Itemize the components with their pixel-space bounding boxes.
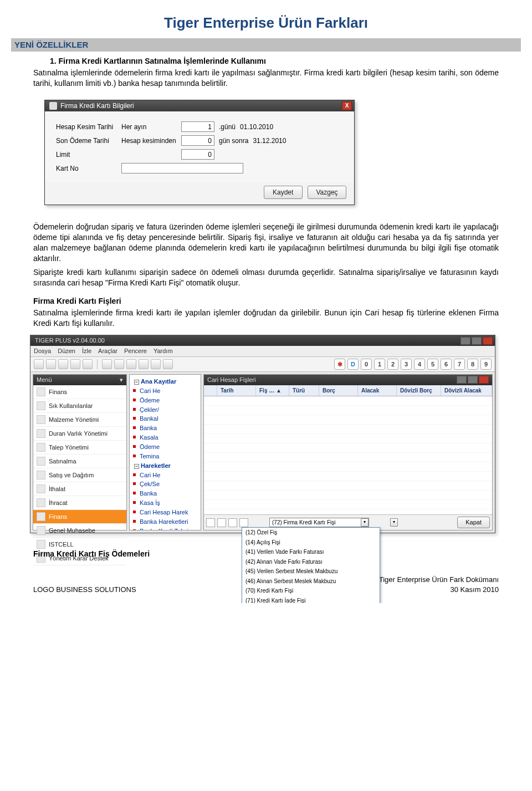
hesap-kesim-input[interactable] [181,121,214,132]
menu-araçlar[interactable]: Araçlar [98,347,117,355]
menu-pencere[interactable]: Pencere [124,347,147,355]
grid-action-icon[interactable] [239,518,248,527]
close-button[interactable] [479,376,489,384]
toolbar-icon[interactable] [102,359,112,369]
toolbar-icon[interactable] [139,359,149,369]
toolbar-number-7[interactable]: 7 [454,359,465,370]
tree-item[interactable]: Cari He [132,471,198,480]
column-header[interactable] [204,385,217,396]
tree-item[interactable]: Çekler/ [132,405,198,415]
column-header[interactable]: Dövizli Borç [397,385,441,396]
kartno-input[interactable] [121,163,243,173]
cancel-button[interactable]: Vazgeç [308,186,346,199]
toolbar-icon[interactable] [114,359,124,369]
sidebar-item[interactable]: Malzeme Yönetimi [33,413,126,427]
toolbar-icon[interactable] [58,359,68,369]
column-header[interactable]: Tarih [217,385,256,396]
tree-item[interactable]: Kasa İş [132,498,198,508]
tree-group[interactable]: −Ana Kayıtlar [132,377,198,386]
tree-item[interactable]: Cari He [132,386,198,396]
tree-item[interactable]: Kasala [132,433,198,442]
combo-option[interactable]: (45) Verilen Serbest Meslek Makbuzu [242,567,380,576]
paragraph: Ödemelerin doğrudan sipariş ve fatura üz… [33,222,499,264]
chevron-down-icon[interactable]: ▾ [390,518,398,527]
combo-option[interactable]: (70) Kredi Kartı Fişi [242,586,380,596]
maximize-button[interactable] [468,376,478,384]
column-header[interactable]: Türü [289,385,319,396]
toolbar-number-8[interactable]: 8 [467,359,478,370]
sidebar-item[interactable]: İthalat [33,482,126,496]
combo-option[interactable]: (46) Alınan Serbest Meslek Makbuzu [242,576,380,586]
toolbar-icon[interactable] [163,359,173,369]
son-odeme-input[interactable] [181,135,214,146]
toolbar-number-2[interactable]: 2 [387,359,398,370]
fis-type-combo[interactable]: (72) Firma Kredi Kartı Fişi ▾ (12) Özel … [269,518,369,527]
toolbar-number-3[interactable]: 3 [401,359,412,370]
close-button[interactable]: X [342,101,352,110]
tree-item[interactable]: Banka [132,423,198,433]
grid-action-icon[interactable] [217,518,226,527]
menu-dosya[interactable]: Dosya [34,347,51,355]
toolbar-number-0[interactable]: 0 [361,359,372,370]
sidebar-item[interactable]: Duran Varlık Yönetimi [33,427,126,441]
toolbar-number-6[interactable]: 6 [441,359,452,370]
sidebar-item[interactable]: Genel Muhasebe [33,524,126,538]
minimize-button[interactable] [461,337,470,345]
limit-input[interactable] [181,149,214,160]
toolbar-icon[interactable] [70,359,80,369]
toolbar-d[interactable]: D [347,359,359,370]
grid-body[interactable] [204,396,492,514]
module-icon [37,540,45,549]
column-header[interactable]: Alacak [358,385,397,396]
minimize-button[interactable] [457,376,467,384]
close-button[interactable] [483,337,493,345]
maximize-button[interactable] [472,337,482,345]
toolbar-icon[interactable] [151,359,161,369]
grid-action-icon[interactable] [228,518,237,527]
save-button[interactable]: Kaydet [264,186,303,199]
combo-option[interactable]: (12) Özel Fiş [242,528,380,538]
column-header[interactable]: Dövizli Alacak [441,385,492,396]
toolbar-icon[interactable] [83,359,93,369]
toolbar-icon[interactable] [126,359,136,369]
column-header[interactable]: Borç [319,385,358,396]
combo-option[interactable]: (71) Kredi Kartı İade Fişi [242,596,380,603]
toolbar-number-5[interactable]: 5 [427,359,438,370]
tree-item[interactable]: Ödeme [132,442,198,452]
toolbar-number-4[interactable]: 4 [414,359,425,370]
tree-item[interactable]: Cari Hesap Harek [132,508,198,517]
sidebar-item[interactable]: Finans [33,510,126,524]
sidebar-item[interactable]: İhracat [33,496,126,510]
sidebar-item[interactable]: Finans [33,385,126,399]
tree-item[interactable]: Ödeme [132,396,198,405]
combo-option[interactable]: (14) Açılış Fişi [242,538,380,548]
toolbar-asterisk[interactable]: ✱ [334,359,345,370]
tree-item[interactable]: Bankal [132,414,198,423]
close-grid-button[interactable]: Kapat [457,517,490,528]
combo-option[interactable]: (41) Verilen Vade Farkı Faturası [242,547,380,557]
toolbar-icon[interactable] [46,359,56,369]
sidebar-item[interactable]: Talep Yönetimi [33,441,126,455]
sidebar-item[interactable]: Satış ve Dağıtım [33,468,126,482]
sidebar-item[interactable]: Sık Kullanılanlar [33,399,126,413]
tree-item[interactable]: Banka [132,489,198,498]
toolbar-number-9[interactable]: 9 [480,359,492,370]
menu-düzen[interactable]: Düzen [58,347,75,355]
toolbar-icon[interactable] [34,359,44,369]
menu-i̇zle[interactable]: İzle [82,347,91,355]
combo-option[interactable]: (42) Alınan Vade Farkı Faturası [242,557,380,567]
tree-item[interactable]: Banka Hareketleri [132,517,198,527]
dialog-titlebar: Firma Kredi Kartı Bilgileri X [45,100,354,111]
sidebar-item[interactable]: Satınalma [33,455,126,468]
tree-item[interactable]: Çek/Se [132,479,198,489]
tree-item[interactable]: Banka Kredi Taksi [132,527,198,531]
menu-yardım[interactable]: Yardım [154,347,173,355]
combo-selected[interactable]: (72) Firma Kredi Kartı Fişi [269,518,369,527]
column-header[interactable]: Fiş … ▲ [256,385,289,396]
tree-item[interactable]: Temina [132,452,198,461]
chevron-down-icon[interactable]: ▾ [361,518,369,527]
toolbar-number-1[interactable]: 1 [374,359,385,370]
grid-action-icon[interactable] [206,518,215,527]
tree-group[interactable]: −Hareketler [132,461,198,471]
chevron-down-icon[interactable]: ▾ [120,376,123,384]
